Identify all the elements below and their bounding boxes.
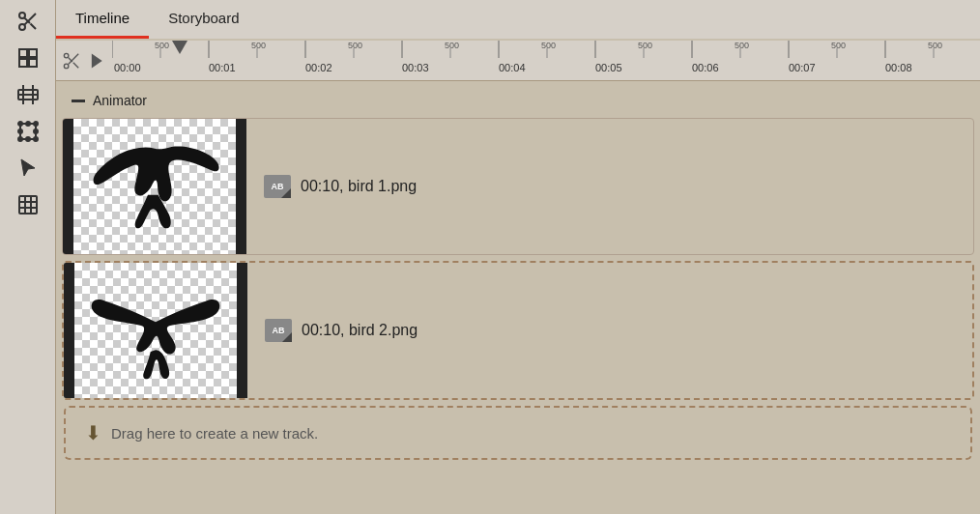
drop-zone-label: Drag here to create a new track. (111, 425, 318, 442)
svg-point-1 (19, 24, 25, 30)
grid-remove-icon[interactable] (11, 77, 45, 112)
svg-rect-22 (19, 196, 37, 214)
track-card-2: AB 00:10, bird 2.png (62, 261, 974, 400)
pointer-icon[interactable] (11, 41, 45, 75)
ruler-play-icon[interactable] (85, 49, 108, 72)
toolbar (0, 0, 56, 514)
cursor-icon[interactable] (11, 151, 45, 186)
svg-text:500: 500 (928, 41, 942, 50)
svg-point-23 (64, 53, 69, 58)
bird2-silhouette-icon (88, 272, 223, 388)
svg-marker-28 (93, 54, 101, 67)
track-info-1: AB 00:10, bird 1.png (246, 119, 973, 254)
ab-icon-1: AB (264, 175, 291, 198)
svg-text:500: 500 (445, 41, 459, 50)
svg-text:500: 500 (348, 41, 362, 50)
track-card-1: AB 00:10, bird 1.png (62, 118, 974, 255)
svg-rect-5 (19, 49, 27, 57)
svg-rect-6 (29, 49, 37, 57)
drop-zone[interactable]: ⬇ Drag here to create a new track. (64, 406, 972, 460)
scroll-area[interactable]: Animator AB 00:10, bird 1.png (56, 81, 980, 514)
transform-icon[interactable] (11, 114, 45, 149)
svg-point-20 (18, 129, 22, 133)
ab-icon-2: AB (265, 319, 292, 342)
track-info-2: AB 00:10, bird 2.png (247, 263, 972, 398)
track-image-2 (74, 263, 237, 398)
svg-point-18 (26, 122, 30, 126)
track-label-2: 00:10, bird 2.png (302, 322, 418, 339)
track-image-1 (73, 119, 236, 254)
svg-point-14 (18, 122, 22, 126)
animator-header: Animator (62, 87, 974, 114)
bird1-silhouette-icon (87, 128, 222, 244)
svg-text:500: 500 (638, 41, 652, 50)
cut-icon[interactable] (11, 4, 45, 39)
svg-point-19 (26, 137, 30, 141)
drop-arrow-icon: ⬇ (85, 421, 101, 444)
svg-point-21 (34, 129, 38, 133)
animator-collapse-icon[interactable] (72, 100, 85, 102)
ruler-bar: 00:00 00:01 00:02 00:03 00:04 00:05 00:0… (56, 41, 980, 81)
ruler-cut-icon[interactable] (60, 49, 83, 72)
animator-label: Animator (93, 93, 147, 108)
tab-timeline[interactable]: Timeline (56, 0, 149, 39)
ruler-ticks: 500 500 500 500 500 500 500 500 500 500 (112, 41, 980, 60)
track-thumbnail-1 (63, 119, 246, 254)
track-label-1: 00:10, bird 1.png (301, 178, 417, 195)
svg-line-26 (73, 62, 78, 67)
tab-bar: Timeline Storyboard (56, 0, 980, 41)
svg-text:500: 500 (541, 41, 556, 50)
svg-text:500: 500 (251, 41, 266, 50)
ruler[interactable]: 00:00 00:01 00:02 00:03 00:04 00:05 00:0… (112, 41, 980, 81)
svg-point-15 (34, 122, 38, 126)
svg-text:500: 500 (155, 41, 169, 50)
ruler-tools (56, 49, 112, 72)
main-area: Timeline Storyboard (56, 0, 980, 514)
svg-text:500: 500 (735, 41, 749, 50)
svg-point-16 (18, 137, 22, 141)
svg-point-17 (34, 137, 38, 141)
tab-storyboard[interactable]: Storyboard (149, 0, 258, 39)
svg-rect-7 (19, 59, 27, 67)
svg-point-24 (64, 64, 69, 69)
svg-rect-8 (29, 59, 37, 67)
svg-line-3 (30, 23, 36, 29)
ruler-label-0: 00:00 (114, 62, 141, 73)
svg-text:500: 500 (831, 41, 846, 50)
expand-icon[interactable] (11, 187, 45, 222)
track-thumbnail-2 (64, 263, 247, 398)
